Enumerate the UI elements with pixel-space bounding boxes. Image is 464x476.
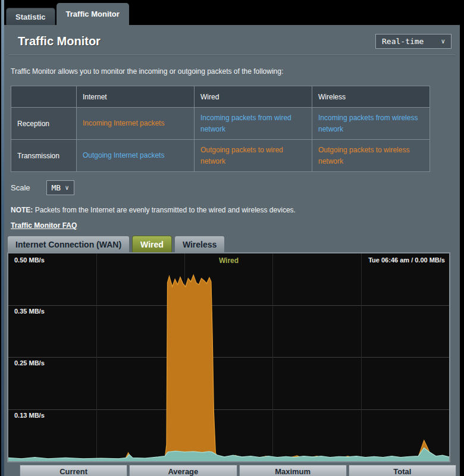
- legend-row-label: Reception: [11, 108, 77, 140]
- mode-select[interactable]: Real-time ∨: [375, 34, 452, 49]
- scale-select-value: MB: [52, 183, 61, 192]
- scale-label: Scale: [11, 183, 30, 192]
- scale-row: Scale MB ∨: [11, 180, 460, 195]
- chart-tab-internet-connection-wan-[interactable]: Internet Connection (WAN): [7, 236, 130, 252]
- chart-tab-bar: Internet Connection (WAN)WiredWireless: [7, 236, 460, 252]
- legend-row-label: Transmission: [11, 140, 77, 172]
- top-tab-bar: StatisticTraffic Monitor: [4, 0, 460, 25]
- stats-header-current: Current: [20, 465, 127, 476]
- traffic-monitor-faq-link[interactable]: Traffic Monitor FAQ: [11, 221, 77, 230]
- chart-timestamp: Tue 06:46 am / 0.00 MB/s: [368, 256, 445, 264]
- note-body: Packets from the Internet are evenly tra…: [33, 206, 296, 214]
- legend-cell: Outgoing packets to wireless network: [312, 140, 430, 172]
- area-reception-incoming-from-wired: [8, 448, 449, 461]
- page-description: Traffic Monitor allows you to monitor th…: [11, 67, 460, 76]
- stats-header-row: CurrentAverageMaximumTotal: [20, 465, 456, 476]
- traffic-area-chart: [8, 253, 449, 461]
- page-title: Traffic Monitor: [18, 35, 101, 48]
- legend-col-header: Wireless: [312, 86, 430, 108]
- chart-tab-wireless[interactable]: Wireless: [174, 236, 225, 252]
- content-wrapper: StatisticTraffic Monitor Traffic Monitor…: [4, 0, 460, 476]
- ytick-label: 0.13 MB/s: [14, 412, 45, 419]
- mode-select-value: Real-time: [382, 37, 424, 46]
- traffic-monitor-panel: Traffic Monitor Real-time ∨ Traffic Moni…: [4, 25, 460, 476]
- chevron-down-icon: ∨: [441, 37, 445, 45]
- chart-tab-wired[interactable]: Wired: [132, 236, 172, 252]
- legend-cell: Outgoing packets to wired network: [195, 140, 312, 172]
- legend-col-header: Internet: [77, 86, 195, 108]
- table-row: TransmissionOutgoing Internet packetsOut…: [11, 140, 430, 172]
- title-row: Traffic Monitor Real-time ∨: [4, 25, 460, 54]
- traffic-monitor-page: { "page": { "top_tabs": [ {"label": "Sta…: [0, 0, 464, 476]
- stats-header-maximum: Maximum: [239, 465, 347, 476]
- table-row: ReceptionIncoming Internet packetsIncomi…: [11, 108, 430, 140]
- traffic-chart: 0.50 MB/s 0.35 MB/s 0.25 MB/s 0.13 MB/s …: [7, 252, 450, 462]
- legend-cell: Incoming packets from wireless network: [312, 108, 430, 140]
- legend-cell: Incoming packets from wired network: [195, 108, 312, 140]
- legend-col-header: Wired: [195, 86, 312, 108]
- legend-col-header: [11, 86, 77, 108]
- scale-select[interactable]: MB ∨: [46, 180, 74, 195]
- ytick-label: 0.35 MB/s: [14, 308, 45, 315]
- stats-header-total: Total: [349, 465, 456, 476]
- top-tab-traffic-monitor[interactable]: Traffic Monitor: [57, 3, 129, 25]
- title-divider: [9, 55, 455, 55]
- legend-table-head: InternetWiredWireless: [11, 86, 430, 108]
- note-text: NOTE: Packets from the Internet are even…: [11, 206, 460, 214]
- note-label: NOTE:: [11, 206, 33, 214]
- legend-cell: Outgoing Internet packets: [77, 140, 195, 172]
- legend-cell: Incoming Internet packets: [77, 108, 195, 140]
- stats-header-average: Average: [129, 465, 237, 476]
- line-transmission-outgoing-to-wired: [8, 275, 449, 459]
- packet-legend-table: InternetWiredWireless ReceptionIncoming …: [11, 86, 430, 172]
- top-tab-statistic[interactable]: Statistic: [6, 8, 55, 25]
- ytick-label: 0.25 MB/s: [14, 359, 45, 367]
- chevron-down-icon: ∨: [65, 184, 69, 192]
- area-transmission-outgoing-to-wired: [8, 275, 449, 461]
